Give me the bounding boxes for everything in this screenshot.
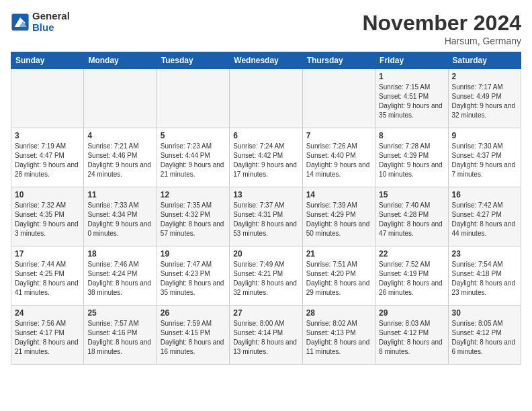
calendar-cell: 27Sunrise: 8:00 AM Sunset: 4:14 PM Dayli…: [230, 306, 302, 365]
day-number: 19: [161, 249, 226, 259]
calendar-cell: 9Sunrise: 7:30 AM Sunset: 4:37 PM Daylig…: [448, 128, 521, 187]
location-title: Harsum, Germany: [362, 36, 521, 46]
week-row: 24Sunrise: 7:56 AM Sunset: 4:17 PM Dayli…: [11, 306, 521, 365]
calendar-cell: [11, 69, 84, 128]
calendar-cell: 14Sunrise: 7:39 AM Sunset: 4:29 PM Dayli…: [302, 187, 375, 246]
day-info: Sunrise: 8:03 AM Sunset: 4:12 PM Dayligh…: [379, 319, 444, 357]
logo-text: General Blue: [32, 11, 70, 33]
day-number: 1: [379, 72, 444, 81]
day-number: 24: [15, 308, 80, 318]
week-row: 17Sunrise: 7:44 AM Sunset: 4:25 PM Dayli…: [11, 246, 521, 306]
calendar-cell: [157, 69, 229, 128]
day-number: 27: [233, 308, 298, 318]
calendar-table: SundayMondayTuesdayWednesdayThursdayFrid…: [11, 52, 521, 365]
calendar-cell: 8Sunrise: 7:28 AM Sunset: 4:39 PM Daylig…: [375, 128, 448, 187]
day-info: Sunrise: 8:05 AM Sunset: 4:12 PM Dayligh…: [452, 319, 517, 357]
calendar-cell: 20Sunrise: 7:49 AM Sunset: 4:21 PM Dayli…: [230, 246, 302, 306]
calendar-cell: 7Sunrise: 7:26 AM Sunset: 4:40 PM Daylig…: [302, 128, 375, 187]
day-number: 29: [379, 308, 444, 318]
day-number: 11: [87, 190, 152, 199]
day-info: Sunrise: 7:52 AM Sunset: 4:19 PM Dayligh…: [379, 260, 444, 298]
day-number: 12: [161, 190, 226, 199]
calendar-cell: 6Sunrise: 7:24 AM Sunset: 4:42 PM Daylig…: [230, 128, 302, 187]
day-info: Sunrise: 7:32 AM Sunset: 4:35 PM Dayligh…: [15, 201, 80, 238]
calendar-cell: 24Sunrise: 7:56 AM Sunset: 4:17 PM Dayli…: [11, 306, 84, 365]
calendar-cell: 2Sunrise: 7:17 AM Sunset: 4:49 PM Daylig…: [448, 69, 521, 128]
day-info: Sunrise: 7:24 AM Sunset: 4:42 PM Dayligh…: [233, 142, 298, 179]
day-info: Sunrise: 7:15 AM Sunset: 4:51 PM Dayligh…: [379, 83, 444, 120]
calendar-cell: 11Sunrise: 7:33 AM Sunset: 4:34 PM Dayli…: [84, 187, 157, 246]
day-info: Sunrise: 8:00 AM Sunset: 4:14 PM Dayligh…: [233, 319, 298, 357]
day-info: Sunrise: 7:35 AM Sunset: 4:32 PM Dayligh…: [161, 201, 226, 238]
header-tuesday: Tuesday: [157, 52, 229, 69]
calendar-cell: 3Sunrise: 7:19 AM Sunset: 4:47 PM Daylig…: [11, 128, 84, 187]
day-info: Sunrise: 7:59 AM Sunset: 4:15 PM Dayligh…: [161, 319, 226, 357]
day-info: Sunrise: 7:57 AM Sunset: 4:16 PM Dayligh…: [87, 319, 152, 357]
day-number: 25: [87, 308, 152, 318]
day-number: 15: [379, 190, 444, 199]
day-number: 20: [233, 249, 298, 259]
month-title: November 2024: [362, 11, 521, 36]
header-wednesday: Wednesday: [230, 52, 302, 69]
day-number: 2: [452, 72, 517, 81]
day-info: Sunrise: 7:56 AM Sunset: 4:17 PM Dayligh…: [15, 319, 80, 357]
day-info: Sunrise: 7:39 AM Sunset: 4:29 PM Dayligh…: [306, 201, 371, 238]
calendar-cell: 25Sunrise: 7:57 AM Sunset: 4:16 PM Dayli…: [84, 306, 157, 365]
header-saturday: Saturday: [448, 52, 521, 69]
header-thursday: Thursday: [302, 52, 375, 69]
logo-blue: Blue: [32, 22, 70, 34]
day-info: Sunrise: 7:44 AM Sunset: 4:25 PM Dayligh…: [15, 260, 80, 298]
day-info: Sunrise: 7:21 AM Sunset: 4:46 PM Dayligh…: [87, 142, 152, 179]
calendar-cell: 28Sunrise: 8:02 AM Sunset: 4:13 PM Dayli…: [302, 306, 375, 365]
calendar-cell: 29Sunrise: 8:03 AM Sunset: 4:12 PM Dayli…: [375, 306, 448, 365]
logo-general: General: [32, 11, 70, 22]
day-number: 8: [379, 131, 444, 140]
header: General Blue November 2024 Harsum, Germa…: [11, 11, 521, 46]
calendar-cell: [84, 69, 157, 128]
day-number: 28: [306, 308, 371, 318]
calendar-cell: 19Sunrise: 7:47 AM Sunset: 4:23 PM Dayli…: [157, 246, 229, 306]
day-number: 16: [452, 190, 517, 199]
day-number: 18: [87, 249, 152, 259]
day-info: Sunrise: 8:02 AM Sunset: 4:13 PM Dayligh…: [306, 319, 371, 357]
day-number: 3: [15, 131, 80, 140]
calendar-cell: [302, 69, 375, 128]
day-info: Sunrise: 7:37 AM Sunset: 4:31 PM Dayligh…: [233, 201, 298, 238]
day-info: Sunrise: 7:28 AM Sunset: 4:39 PM Dayligh…: [379, 142, 444, 179]
day-info: Sunrise: 7:54 AM Sunset: 4:18 PM Dayligh…: [452, 260, 517, 298]
calendar-cell: 26Sunrise: 7:59 AM Sunset: 4:15 PM Dayli…: [157, 306, 229, 365]
calendar-cell: 15Sunrise: 7:40 AM Sunset: 4:28 PM Dayli…: [375, 187, 448, 246]
day-number: 23: [452, 249, 517, 259]
day-number: 9: [452, 131, 517, 140]
header-friday: Friday: [375, 52, 448, 69]
calendar-cell: [230, 69, 302, 128]
calendar-cell: 23Sunrise: 7:54 AM Sunset: 4:18 PM Dayli…: [448, 246, 521, 306]
header-row: SundayMondayTuesdayWednesdayThursdayFrid…: [11, 52, 521, 69]
day-number: 21: [306, 249, 371, 259]
week-row: 10Sunrise: 7:32 AM Sunset: 4:35 PM Dayli…: [11, 187, 521, 246]
day-info: Sunrise: 7:33 AM Sunset: 4:34 PM Dayligh…: [87, 201, 152, 238]
logo: General Blue: [11, 11, 70, 33]
day-number: 17: [15, 249, 80, 259]
day-info: Sunrise: 7:26 AM Sunset: 4:40 PM Dayligh…: [306, 142, 371, 179]
calendar-cell: 22Sunrise: 7:52 AM Sunset: 4:19 PM Dayli…: [375, 246, 448, 306]
week-row: 1Sunrise: 7:15 AM Sunset: 4:51 PM Daylig…: [11, 69, 521, 128]
calendar-cell: 30Sunrise: 8:05 AM Sunset: 4:12 PM Dayli…: [448, 306, 521, 365]
day-number: 7: [306, 131, 371, 140]
calendar-cell: 5Sunrise: 7:23 AM Sunset: 4:44 PM Daylig…: [157, 128, 229, 187]
day-number: 4: [87, 131, 152, 140]
day-info: Sunrise: 7:46 AM Sunset: 4:24 PM Dayligh…: [87, 260, 152, 298]
day-number: 26: [161, 308, 226, 318]
day-info: Sunrise: 7:47 AM Sunset: 4:23 PM Dayligh…: [161, 260, 226, 298]
day-number: 30: [452, 308, 517, 318]
header-sunday: Sunday: [11, 52, 84, 69]
calendar-cell: 18Sunrise: 7:46 AM Sunset: 4:24 PM Dayli…: [84, 246, 157, 306]
calendar-cell: 1Sunrise: 7:15 AM Sunset: 4:51 PM Daylig…: [375, 69, 448, 128]
calendar-cell: 4Sunrise: 7:21 AM Sunset: 4:46 PM Daylig…: [84, 128, 157, 187]
day-info: Sunrise: 7:23 AM Sunset: 4:44 PM Dayligh…: [161, 142, 226, 179]
calendar-cell: 13Sunrise: 7:37 AM Sunset: 4:31 PM Dayli…: [230, 187, 302, 246]
day-number: 14: [306, 190, 371, 199]
day-number: 6: [233, 131, 298, 140]
day-number: 10: [15, 190, 80, 199]
calendar-cell: 21Sunrise: 7:51 AM Sunset: 4:20 PM Dayli…: [302, 246, 375, 306]
